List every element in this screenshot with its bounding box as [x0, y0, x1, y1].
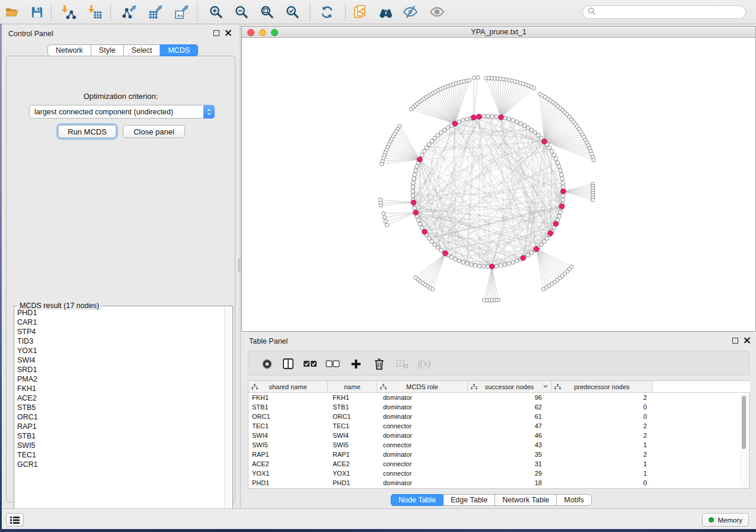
column-header-predecessor-nodes[interactable]: predecessor nodes	[551, 381, 653, 393]
tab-network-table[interactable]: Network Table	[495, 494, 557, 506]
column-header-MCDS-role[interactable]: MCDS role	[377, 381, 468, 393]
search-input[interactable]	[596, 8, 732, 17]
search-network-binoculars-icon[interactable]	[378, 4, 393, 20]
table-row[interactable]: YOX1YOX1connector291	[248, 469, 653, 478]
cell-shared-name: STB1	[248, 402, 328, 412]
zoom-fit-icon[interactable]	[259, 4, 275, 20]
mcds-result-item[interactable]: SWI5	[15, 441, 225, 450]
table-row[interactable]: RAP1RAP1dominator352	[248, 450, 653, 459]
control-panel-window-buttons	[213, 30, 231, 36]
mcds-result-item[interactable]: PMA2	[15, 374, 225, 384]
cell-predecessor-nodes: 1	[551, 440, 653, 450]
memory-button[interactable]: Memory	[702, 513, 749, 527]
network-from-document-icon[interactable]	[352, 4, 368, 20]
delete-table-icon[interactable]	[394, 356, 410, 371]
cell-successor-nodes: 43	[468, 440, 551, 450]
settings-gear-icon[interactable]	[259, 356, 275, 371]
hide-details-icon[interactable]	[403, 4, 418, 20]
close-panel-icon[interactable]	[744, 337, 750, 344]
mcds-result-scrollbar[interactable]	[224, 307, 232, 517]
mcds-result-item[interactable]: PHD1	[15, 308, 225, 318]
column-header-shared-name[interactable]: shared name	[248, 381, 328, 393]
close-panel-button[interactable]: Close panel	[123, 125, 185, 138]
table-panel-tabs: Node Table Edge Table Network Table Moti…	[391, 494, 592, 506]
network-window-titlebar[interactable]: YPA_prune.txt_1	[242, 27, 755, 38]
float-window-icon[interactable]	[213, 30, 219, 36]
float-window-icon[interactable]	[732, 338, 738, 344]
run-mcds-button[interactable]: Run MCDS	[58, 125, 116, 138]
mcds-result-item[interactable]: TID3	[15, 336, 225, 346]
table-row[interactable]: SWI5SWI5connector431	[248, 440, 653, 450]
mcds-result-item[interactable]: SWI4	[15, 355, 225, 365]
tab-mcds[interactable]: MCDS	[160, 44, 198, 56]
open-session-icon[interactable]	[4, 4, 20, 20]
zoom-selected-icon[interactable]	[285, 4, 300, 20]
show-details-icon[interactable]	[429, 4, 445, 20]
mcds-result-item[interactable]: YOX1	[15, 346, 225, 355]
import-network-icon[interactable]	[60, 4, 76, 20]
mcds-result-item[interactable]: SRD1	[15, 365, 225, 374]
zoom-in-icon[interactable]	[208, 4, 224, 20]
control-panel: Control Panel Network Style Select MCDS …	[2, 24, 240, 508]
function-builder-icon[interactable]: f(x)	[416, 356, 432, 371]
mcds-result-item[interactable]: RAP1	[15, 422, 225, 431]
table-row[interactable]: SWI4SWI4dominator462	[248, 431, 653, 440]
tab-network[interactable]: Network	[47, 44, 91, 56]
mcds-result-item[interactable]: ACE2	[15, 393, 225, 403]
mcds-result-item[interactable]: STB1	[15, 431, 225, 441]
tab-motifs[interactable]: Motifs	[557, 494, 591, 506]
table-row[interactable]: ACE2ACE2connector311	[248, 459, 653, 469]
table-panel-window-buttons	[732, 337, 750, 344]
close-panel-icon[interactable]	[225, 30, 231, 36]
mcds-result-item[interactable]: CAR1	[15, 318, 225, 327]
refresh-icon[interactable]	[319, 4, 334, 20]
mcds-result-item[interactable]: ORC1	[15, 412, 225, 422]
export-network-icon[interactable]	[122, 4, 137, 20]
table-scrollbar[interactable]	[741, 394, 747, 488]
save-session-icon[interactable]	[29, 4, 44, 20]
import-table-icon[interactable]	[87, 4, 103, 20]
select-all-icon[interactable]	[302, 356, 318, 371]
cell-MCDS-role: dominator	[377, 402, 468, 412]
tab-select[interactable]: Select	[124, 44, 161, 56]
export-table-icon[interactable]	[148, 4, 163, 20]
mcds-result-list[interactable]: PHD1CAR1STP4TID3YOX1SWI4SRD1PMA2FKH1ACE2…	[15, 308, 225, 517]
table-row[interactable]: STB1STB1dominator620	[248, 402, 653, 412]
optimization-criterion-select[interactable]: largest connected component (undirected)	[29, 105, 215, 118]
table-row[interactable]: ORC1ORC1dominator610	[248, 412, 653, 421]
column-header-successor-nodes[interactable]: successor nodes	[468, 381, 551, 393]
toolbar-separator	[51, 3, 52, 21]
zoom-out-icon[interactable]	[234, 4, 249, 20]
table-header-row: shared namenameMCDS rolesuccessor nodesp…	[248, 381, 750, 393]
add-row-icon[interactable]	[348, 356, 363, 371]
control-panel-tabs: Network Style Select MCDS	[47, 44, 198, 56]
deselect-all-icon[interactable]	[325, 356, 340, 371]
tab-node-table[interactable]: Node Table	[391, 494, 444, 506]
show-columns-icon[interactable]	[280, 356, 296, 371]
mcds-result-item[interactable]: STB5	[15, 403, 225, 412]
node-table[interactable]: shared namenameMCDS rolesuccessor nodesp…	[248, 380, 749, 489]
mcds-result-item[interactable]: TEC1	[15, 450, 225, 460]
mcds-result-item[interactable]: STP4	[15, 327, 225, 336]
network-graph[interactable]	[242, 38, 755, 331]
network-search-field[interactable]	[582, 5, 746, 19]
cell-name: SWI4	[328, 431, 377, 440]
task-history-button[interactable]	[6, 513, 24, 527]
delete-row-trash-icon[interactable]	[371, 356, 387, 371]
mcds-result-item[interactable]: GCR1	[15, 460, 225, 469]
tab-style[interactable]: Style	[91, 44, 124, 56]
table-row[interactable]: FKH1FKH1dominator962	[248, 393, 653, 402]
column-header-name[interactable]: name	[328, 381, 377, 393]
mcds-tab-panel: Optimization criterion: largest connecte…	[6, 56, 235, 502]
mcds-result-item[interactable]: FKH1	[15, 384, 225, 393]
cell-MCDS-role: dominator	[377, 412, 468, 421]
table-row[interactable]: TEC1TEC1connector472	[248, 421, 653, 431]
export-image-icon[interactable]	[174, 4, 189, 20]
table-toolbar: f(x)	[248, 351, 749, 376]
network-canvas[interactable]	[242, 38, 755, 331]
table-scrollbar-thumb[interactable]	[742, 396, 746, 449]
tab-edge-table[interactable]: Edge Table	[444, 494, 495, 506]
cell-predecessor-nodes: 2	[551, 393, 653, 402]
cell-shared-name: ORC1	[248, 412, 328, 421]
table-row[interactable]: PHD1PHD1dominator180	[248, 478, 653, 488]
